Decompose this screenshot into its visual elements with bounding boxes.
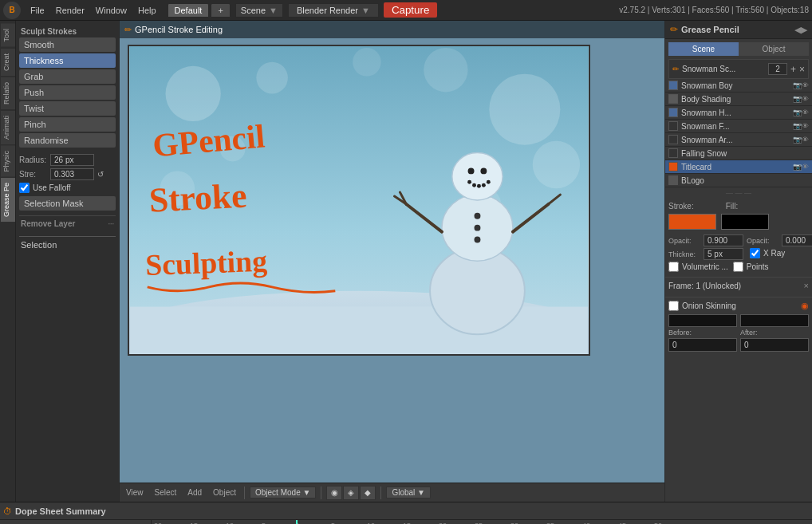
capture-button[interactable]: Capture [384, 2, 437, 18]
layer-name-5: Falling Snow [681, 149, 809, 158]
xray-checkbox[interactable] [750, 248, 760, 258]
layer-name-6: Titlecard [681, 163, 793, 171]
after-input[interactable] [740, 338, 809, 352]
dope-title: Dope Sheet Summary [15, 506, 106, 516]
before-input[interactable] [668, 338, 737, 352]
strip-tab-relatio[interactable]: Relatio [1, 77, 15, 109]
global-local-dropdown[interactable]: Global ▼ [386, 487, 431, 498]
selection-label: Selection [21, 240, 57, 250]
frame-close-btn[interactable]: × [804, 281, 809, 290]
layer-cam-icon-2: 📷 [793, 108, 802, 116]
strip-tab-creat[interactable]: Creat [1, 49, 15, 76]
gp-data-num[interactable]: 2 [768, 63, 787, 75]
top-bar: B File Render Window Help Default + Scen… [0, 0, 812, 21]
scene-selector[interactable]: Scene ▼ [235, 3, 283, 18]
layer-item-7[interactable]: BLogo [665, 174, 812, 187]
opacity-rows: Opacit: Opacit: [668, 234, 809, 248]
svg-rect-2 [130, 307, 588, 354]
solid-shading-btn[interactable]: ◉ [326, 486, 342, 500]
onion-label: Onion Skinning [682, 301, 798, 310]
strip-tab-animati[interactable]: Animati [1, 111, 15, 144]
scene-dropdown-icon: ▼ [269, 6, 278, 15]
strip-tab-tool[interactable]: Tool [1, 24, 15, 47]
layer-item-6[interactable]: Titlecard 📷 👁 [665, 160, 812, 174]
workspace-tab-default[interactable]: Default [168, 3, 210, 18]
layer-item-2[interactable]: Snowman H... 📷 👁 [665, 106, 812, 120]
frame-row: Frame: 1 (Unlocked) × [668, 281, 809, 290]
frame-label: Frame: 1 (Unlocked) [668, 282, 801, 290]
opacity-stroke-group: Opacit: [668, 234, 743, 248]
stroke-color-swatch[interactable] [668, 214, 716, 230]
after-color-swatch[interactable] [740, 314, 809, 327]
menu-help[interactable]: Help [133, 4, 161, 17]
render-shading-btn[interactable]: ◆ [360, 486, 376, 500]
dope-track-summary[interactable]: Dope Sheet Summary [0, 520, 151, 524]
onion-color-btn[interactable]: ◉ [801, 301, 809, 311]
tool-randomise[interactable]: Randomise [19, 133, 116, 148]
viewport-bar: View Select Add Object Object Mode ▼ ◉ ◈… [120, 483, 664, 502]
tool-thickness[interactable]: Thickness [19, 53, 116, 68]
after-label: After: [740, 329, 809, 337]
object-mode-dropdown[interactable]: Object Mode ▼ [250, 487, 316, 498]
use-falloff-label: Use Falloff [33, 183, 71, 192]
thickness-input[interactable] [704, 248, 743, 260]
strip-tab-grease-pe[interactable]: Grease Pe [1, 178, 15, 222]
selection-mask-button[interactable]: Selection Mask [19, 196, 116, 211]
svg-point-18 [472, 183, 476, 187]
render-engine-selector[interactable]: Blender Render ▼ [288, 3, 379, 18]
tool-pinch[interactable]: Pinch [19, 117, 116, 132]
layer-item-3[interactable]: Snowman F... 📷 👁 [665, 120, 812, 133]
use-falloff-checkbox[interactable] [19, 183, 30, 193]
svg-point-14 [452, 153, 503, 200]
layer-color-4 [668, 135, 678, 144]
layer-item-1[interactable]: Body Shading 📷 👁 [665, 93, 812, 106]
material-shading-btn[interactable]: ◈ [343, 486, 359, 500]
layer-item-5[interactable]: Falling Snow [665, 147, 812, 160]
tool-smooth[interactable]: Smooth [19, 37, 116, 52]
svg-text:Stroke: Stroke [148, 175, 248, 219]
onion-header: Onion Skinning ◉ [668, 301, 809, 311]
points-checkbox[interactable] [733, 262, 743, 272]
add-menu-btn[interactable]: Add [184, 487, 205, 498]
strength-input[interactable] [50, 168, 94, 180]
layer-eye-icon-3: 👁 [802, 122, 809, 130]
strip-tab-physic[interactable]: Physic [1, 146, 15, 177]
layer-item-4[interactable]: Snowman Ar... 📷 👁 [665, 133, 812, 147]
stroke-fill-section: Stroke: Fill: Opacit: Opacit: [665, 199, 812, 277]
select-menu-btn[interactable]: Select [152, 487, 180, 498]
workspace-tab-add[interactable]: + [211, 3, 230, 18]
layer-name-4: Snowman Ar... [681, 136, 793, 144]
gp-data-add-btn[interactable]: + [790, 64, 796, 75]
global-local-label: Global [392, 488, 415, 497]
gp-data-close-btn[interactable]: × [799, 64, 805, 75]
object-menu-btn[interactable]: Object [210, 487, 239, 498]
tool-twist[interactable]: Twist [19, 101, 116, 116]
opacity-fill-input[interactable] [782, 234, 812, 246]
svg-point-4 [489, 74, 560, 145]
view-menu-btn[interactable]: View [123, 487, 147, 498]
layer-eye-icon-2: 👁 [802, 108, 809, 116]
viewport-header: ✏ GPencil Stroke Editing [120, 21, 664, 38]
menu-render[interactable]: Render [51, 4, 89, 17]
svg-point-7 [533, 141, 580, 188]
tab-object[interactable]: Object [739, 42, 809, 56]
stroke-fill-labels: Stroke: Fill: [668, 202, 809, 211]
volumetric-checkbox[interactable] [668, 262, 679, 272]
opacity-stroke-input[interactable] [704, 234, 743, 246]
tab-scene[interactable]: Scene [668, 42, 739, 56]
layer-item-0[interactable]: Snowman Boy 📷 👁 [665, 79, 812, 93]
strength-reset-icon[interactable]: ↺ [97, 170, 104, 179]
menu-file[interactable]: File [26, 4, 49, 17]
radius-input[interactable] [50, 154, 94, 166]
tool-push[interactable]: Push [19, 85, 116, 100]
fill-label: Fill: [726, 202, 739, 211]
timeline-ruler: -20 -15 -10 -5 0 5 10 15 20 25 30 35 40 … [152, 520, 812, 524]
panel-expand-btn[interactable]: ◀▶ [794, 25, 807, 35]
tool-grab[interactable]: Grab [19, 69, 116, 84]
menu-window[interactable]: Window [91, 4, 132, 17]
before-color-swatch[interactable] [668, 314, 737, 327]
main-layout: Tool Creat Relatio Animati Physic Grease… [0, 21, 812, 502]
after-item: After: [740, 314, 809, 352]
onion-checkbox[interactable] [668, 301, 679, 311]
fill-color-swatch[interactable] [721, 214, 769, 230]
